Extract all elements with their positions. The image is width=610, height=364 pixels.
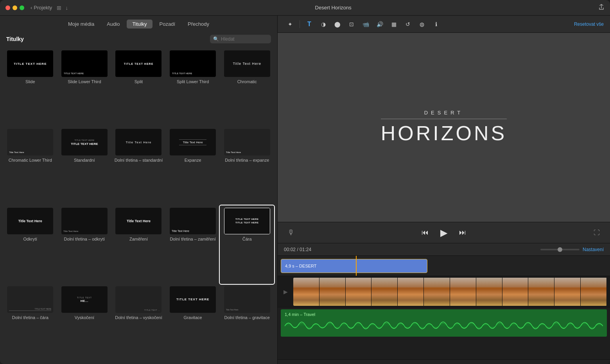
- title-track: 4,9 s – DESERT: [278, 256, 610, 276]
- chart-button[interactable]: ▦: [388, 19, 400, 30]
- title-clip-name: DESERT: [299, 264, 316, 268]
- down-arrow-icon[interactable]: ↓: [65, 5, 68, 11]
- nastaveni-button[interactable]: Nastavení: [583, 247, 604, 252]
- thumb-vyskoceni-label: Vyskočení: [75, 315, 94, 320]
- play-button[interactable]: ▶: [438, 227, 449, 238]
- thumb-expanze[interactable]: Title Text Here Expanze: [166, 127, 220, 205]
- thumb-vyskoceni[interactable]: TITLE TEXT HE... Vyskočení: [57, 284, 112, 362]
- search-input[interactable]: [221, 36, 268, 42]
- thumb-dolni-standardni[interactable]: Title Text Here Dolní třetina – standard…: [111, 127, 166, 205]
- connector-icon: ▶: [283, 289, 288, 295]
- film-frame-4: [371, 278, 398, 306]
- speed-button[interactable]: ↺: [402, 19, 414, 30]
- preview-main-title: HORIZONS: [381, 121, 507, 145]
- reset-button[interactable]: Resetovat vše: [574, 21, 604, 27]
- thumb-standardni[interactable]: TITLE TEXT HERE TITLE TEXT HERE Standard…: [57, 127, 112, 205]
- chevron-left-icon: ‹: [30, 5, 32, 11]
- video-content: DESERT HORIZONS: [278, 33, 610, 222]
- back-label: Projekty: [34, 5, 52, 11]
- thumb-odkryti[interactable]: Title Text Here Odkrytí: [3, 205, 57, 284]
- skip-forward-icon: ⏭: [459, 228, 466, 237]
- thumb-cara-label: Čára: [242, 236, 252, 242]
- info-button[interactable]: ℹ: [430, 19, 442, 30]
- skip-forward-button[interactable]: ⏭: [457, 227, 468, 238]
- tab-prechody[interactable]: Přechody: [182, 20, 215, 29]
- thumb-dolni-standardni-preview: Title Text Here: [115, 129, 161, 155]
- title-clip[interactable]: 4,9 s – DESERT: [281, 259, 427, 273]
- traffic-lights: [5, 5, 24, 10]
- thumb-chromatic-label: Chromatic: [237, 79, 257, 84]
- time-row: 00:02 / 01:24 Nastavení: [278, 243, 610, 256]
- title-clip-label: 4,9 s – DESERT: [285, 264, 317, 268]
- panel-title: Titulky: [6, 36, 24, 42]
- thumb-dolni-vyskoceni[interactable]: TITLE TEXT ... Dolní třetina – vyskočení: [111, 284, 166, 362]
- thumb-split-lower-preview: TITLE TEXT HERE: [170, 50, 216, 77]
- skip-back-button[interactable]: ⏮: [420, 227, 431, 238]
- thumb-split[interactable]: TITLE TEXT HERE Split: [111, 48, 166, 127]
- film-frame-5: [398, 278, 424, 306]
- audio-vol-button[interactable]: 🔊: [373, 19, 386, 30]
- tab-media[interactable]: Moje média: [63, 20, 100, 29]
- title-clip-duration: 4,9 s: [285, 264, 294, 268]
- thumb-gravitace-label: Gravitace: [184, 315, 202, 320]
- tab-titulky[interactable]: Titulky: [127, 20, 152, 29]
- thumb-cara[interactable]: TITLE TEXT HERE TITLE TEXT HERE Čára: [220, 205, 274, 284]
- fullscreen-icon: ⛶: [594, 229, 600, 236]
- back-button[interactable]: ‹ Projekty: [30, 5, 52, 11]
- microphone-button[interactable]: 🎙: [285, 227, 296, 238]
- film-frame-7: [450, 278, 476, 306]
- tab-pozadi[interactable]: Pozadí: [154, 20, 181, 29]
- thumb-dolni-cara-label: Dolní třetina – čára: [12, 315, 48, 320]
- skip-back-icon: ⏮: [422, 228, 429, 237]
- color-button[interactable]: ⬤: [331, 19, 344, 30]
- thumb-dolni-expanze[interactable]: Title Text Here Dolní třetina – expanze: [220, 127, 274, 205]
- thumb-slide-lower[interactable]: TITLE TEXT HERE Slide Lower Third: [57, 48, 112, 127]
- crop-button[interactable]: ⊡: [345, 19, 358, 30]
- video-button[interactable]: 📹: [359, 19, 372, 30]
- tab-audio[interactable]: Audio: [101, 20, 125, 29]
- fullscreen-button[interactable]: [20, 5, 24, 10]
- thumb-slide-lower-preview: TITLE TEXT HERE: [61, 50, 108, 77]
- share-icon[interactable]: [598, 4, 605, 11]
- overlay-icon: ◍: [420, 21, 424, 27]
- close-button[interactable]: [5, 5, 10, 10]
- thumb-split-lower[interactable]: TITLE TEXT HERE Split Lower Third: [166, 48, 220, 127]
- timeline-area: 00:02 / 01:24 Nastavení: [278, 243, 610, 364]
- thumb-gravitace[interactable]: TITLE TEXT HERE Gravitace: [166, 284, 220, 362]
- chart-icon: ▦: [391, 21, 396, 27]
- filter-button[interactable]: ◑: [317, 19, 330, 30]
- titlebar: ‹ Projekty ⊞ ↓ Desert Horizons: [0, 0, 610, 16]
- grid-icon[interactable]: ⊞: [57, 5, 61, 11]
- thumb-zamereni[interactable]: Title Text Here Zaměření: [111, 205, 166, 284]
- audio-clip[interactable]: 1,4 min – Travel: [281, 309, 607, 337]
- thumb-dolni-cara[interactable]: TITLE TEXT HERE Dolní třetina – čára: [3, 284, 57, 362]
- text-button[interactable]: T: [303, 19, 316, 30]
- thumb-zamereni-preview: Title Text Here: [115, 208, 161, 234]
- speed-icon: ↺: [405, 21, 410, 27]
- thumb-dolni-zamereni[interactable]: Title Text Here Dolní třetina – zaměření: [166, 205, 220, 284]
- zoom-slider[interactable]: [540, 249, 580, 250]
- thumb-dolni-zamereni-preview: Title Text Here: [170, 208, 216, 234]
- thumb-dolni-gravitace[interactable]: Title Text Here Dolní třetina – gravitac…: [220, 284, 274, 362]
- film-frame-9: [502, 278, 529, 306]
- minimize-button[interactable]: [13, 5, 17, 10]
- thumb-dolni-gravitace-preview: Title Text Here: [224, 286, 270, 313]
- toolbar: ✦ T ◑ ⬤ ⊡ 📹 🔊: [278, 16, 610, 33]
- thumb-chromatic-lower[interactable]: Title Text Here Chromatic Lower Third: [3, 127, 57, 205]
- text-icon: T: [307, 21, 311, 28]
- overlay-button[interactable]: ◍: [416, 19, 428, 30]
- thumb-dolni-odkryti-preview: Title Text Here: [61, 208, 108, 234]
- thumb-dolni-odkryti[interactable]: Title Text Here Dolní třetina – odkrytí: [57, 205, 112, 284]
- playback-controls: 🎙 ⏮ ▶ ⏭ ⛶: [278, 222, 610, 243]
- thumb-odkryti-preview: Title Text Here: [7, 208, 53, 234]
- search-box[interactable]: 🔍: [210, 35, 271, 43]
- thumb-slide[interactable]: TITLE TEXT HERE Slide: [3, 48, 57, 127]
- fullscreen-button[interactable]: ⛶: [591, 227, 602, 238]
- track-connector: ▶: [278, 289, 293, 295]
- thumb-dolni-expanze-preview: Title Text Here: [224, 129, 270, 155]
- magic-wand-button[interactable]: ✦: [284, 19, 296, 30]
- thumb-expanze-label: Expanze: [185, 157, 201, 163]
- timeline-zoom: Nastavení: [540, 247, 604, 252]
- thumb-chromatic[interactable]: Title Text Here Chromatic: [220, 48, 274, 127]
- horizontal-scrollbar[interactable]: [278, 359, 610, 364]
